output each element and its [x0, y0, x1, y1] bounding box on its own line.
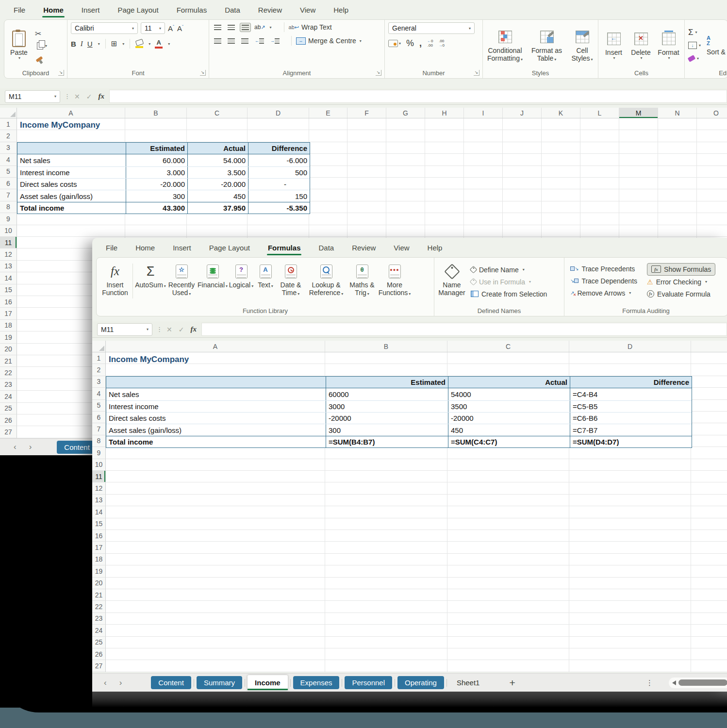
- create-from-selection-button[interactable]: Create from Selection: [471, 288, 547, 300]
- cell-c7[interactable]: 450: [187, 190, 248, 201]
- increase-indent-button[interactable]: →: [269, 37, 281, 45]
- fill-color-button[interactable]: [135, 40, 143, 48]
- menu-tab-insert[interactable]: Insert: [81, 4, 101, 18]
- cell-d8[interactable]: -5.350: [248, 202, 310, 214]
- row-header-10[interactable]: 10: [0, 225, 17, 237]
- cell-d4[interactable]: =C4-B4: [570, 388, 692, 400]
- column-header-G[interactable]: G: [386, 108, 425, 118]
- cell-a1-title[interactable]: Income MyCompany: [109, 355, 189, 364]
- autosum-button[interactable]: Σ AutoSum▾: [135, 262, 165, 289]
- select-all-corner[interactable]: [92, 341, 106, 352]
- format-as-table-button[interactable]: Format as Table▾: [529, 27, 565, 62]
- text-button[interactable]: A Text▾: [255, 262, 276, 289]
- conditional-formatting-button[interactable]: Conditional Formatting▾: [485, 27, 526, 62]
- insert-function-icon[interactable]: fx: [98, 92, 104, 100]
- row-header-8[interactable]: 8: [0, 201, 17, 213]
- row-header-5[interactable]: 5: [0, 166, 17, 178]
- column-header-M[interactable]: M: [619, 108, 658, 118]
- row-header-18[interactable]: 18: [92, 554, 106, 565]
- row-header-14[interactable]: 14: [0, 272, 17, 284]
- select-all-corner[interactable]: [0, 108, 17, 118]
- row-header-9[interactable]: 9: [0, 213, 17, 225]
- row-header-1[interactable]: 1: [0, 118, 17, 130]
- column-header-B[interactable]: B: [325, 341, 447, 352]
- name-manager-button[interactable]: Name Manager: [438, 262, 466, 297]
- decrease-decimal-button[interactable]: .00→0: [439, 39, 445, 48]
- cell-c4[interactable]: 54000: [448, 388, 570, 400]
- cell-b5[interactable]: 3000: [326, 401, 448, 412]
- bold-button[interactable]: B: [71, 40, 76, 48]
- wrap-text-button[interactable]: ab↩ Wrap Text: [289, 23, 332, 31]
- row-header-14[interactable]: 14: [92, 506, 106, 518]
- sort-filter-button[interactable]: AZ Sort & Filter: [707, 33, 727, 56]
- align-left-button[interactable]: [213, 37, 223, 45]
- sheet-tab-income[interactable]: Income: [248, 675, 288, 690]
- sheet-tab-content[interactable]: Content: [57, 441, 97, 454]
- next-sheet-arrow[interactable]: ›: [29, 442, 32, 452]
- next-sheet-arrow[interactable]: ›: [119, 678, 122, 688]
- row-header-9[interactable]: 9: [92, 447, 106, 459]
- define-name-button[interactable]: Define Name▾: [471, 264, 547, 276]
- column-header-D[interactable]: D: [248, 108, 309, 118]
- copy-button[interactable]: ▾: [35, 42, 47, 50]
- more-functions-button[interactable]: ●●● More Functions▾: [377, 262, 412, 297]
- menu-tab-insert[interactable]: Insert: [172, 242, 192, 256]
- financial-button[interactable]: Financial▾: [198, 262, 228, 289]
- row-header-10[interactable]: 10: [92, 459, 106, 471]
- sheet-tab-operating[interactable]: Operating: [397, 676, 444, 689]
- cell-c6[interactable]: -20.000: [187, 179, 248, 190]
- row-header-18[interactable]: 18: [0, 320, 17, 331]
- menu-tab-file[interactable]: File: [105, 242, 118, 256]
- font-name-select[interactable]: Calibri▾: [71, 22, 138, 34]
- header-cell-blank[interactable]: [17, 143, 126, 154]
- clear-button[interactable]: ▾: [688, 54, 701, 63]
- cancel-entry-icon[interactable]: ✕: [166, 326, 172, 333]
- cell-b7[interactable]: 300: [326, 424, 448, 435]
- cell-c4[interactable]: 54.000: [187, 154, 248, 166]
- row-header-20[interactable]: 20: [0, 344, 17, 355]
- row-header-2[interactable]: 2: [0, 130, 17, 142]
- align-center-button[interactable]: [226, 37, 236, 45]
- row-header-21[interactable]: 21: [0, 355, 17, 367]
- column-header-C[interactable]: C: [187, 108, 248, 118]
- row-header-5[interactable]: 5: [92, 400, 106, 412]
- menu-tab-home[interactable]: Home: [42, 4, 65, 18]
- cell-c5[interactable]: 3.500: [187, 167, 248, 178]
- insert-cells-button[interactable]: ← Insert▾: [602, 29, 626, 61]
- confirm-entry-icon[interactable]: ✓: [86, 93, 92, 100]
- row-header-11[interactable]: 11: [92, 471, 106, 482]
- sheet-tab-content[interactable]: Content: [151, 676, 191, 689]
- decrease-indent-button[interactable]: ←: [253, 37, 265, 45]
- cell-d6[interactable]: -: [248, 179, 310, 190]
- row-header-7[interactable]: 7: [92, 423, 106, 435]
- font-size-select[interactable]: 11▾: [141, 22, 165, 34]
- column-header-N[interactable]: N: [658, 108, 697, 118]
- row-header-2[interactable]: 2: [92, 364, 106, 376]
- insert-function-button[interactable]: fx Insert Function: [100, 262, 130, 297]
- format-painter-button[interactable]: [35, 54, 47, 63]
- column-header-I[interactable]: I: [464, 108, 503, 118]
- menu-tab-page-layout[interactable]: Page Layout: [208, 242, 251, 256]
- cell-c7[interactable]: 450: [448, 424, 570, 435]
- sheet-tab-summary[interactable]: Summary: [197, 676, 242, 689]
- row-header-23[interactable]: 23: [92, 613, 106, 625]
- formula-input[interactable]: [201, 323, 727, 336]
- underline-button[interactable]: U: [87, 40, 93, 48]
- menu-tab-help[interactable]: Help: [427, 242, 444, 256]
- column-header-F[interactable]: F: [347, 108, 386, 118]
- cell-d7[interactable]: 150: [248, 190, 310, 201]
- menu-tab-data[interactable]: Data: [317, 242, 335, 256]
- cell-d5[interactable]: 500: [248, 167, 310, 178]
- cell-d7[interactable]: =C7-B7: [570, 424, 692, 435]
- cell-d6[interactable]: =C6-B6: [570, 413, 692, 424]
- header-cell-actual[interactable]: Actual: [187, 143, 248, 154]
- cut-button[interactable]: ✂: [35, 30, 47, 38]
- cell-a8[interactable]: Total income: [106, 436, 326, 447]
- cell-b6[interactable]: -20.000: [126, 179, 187, 190]
- menu-tab-formulas[interactable]: Formulas: [176, 4, 208, 18]
- menu-tab-view[interactable]: View: [393, 242, 410, 256]
- row-header-3[interactable]: 3: [0, 142, 17, 154]
- row-header-24[interactable]: 24: [0, 391, 17, 402]
- cell-a5[interactable]: Interest income: [17, 167, 126, 178]
- row-header-13[interactable]: 13: [0, 261, 17, 272]
